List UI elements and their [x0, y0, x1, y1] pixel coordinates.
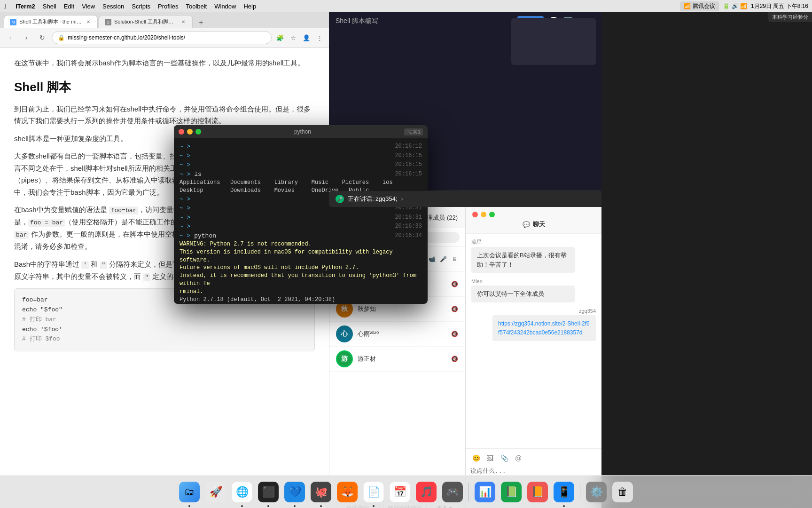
- star-icon[interactable]: ☆: [288, 32, 299, 43]
- notion-icon: 📄: [363, 482, 384, 502]
- dock-separator: [468, 483, 469, 501]
- view-menu[interactable]: View: [82, 3, 95, 10]
- window-menu[interactable]: Window: [214, 3, 236, 10]
- tab-title-1: Shell 工具和脚本 · the missing: [19, 18, 82, 25]
- avatar-youzengcai: 游: [336, 350, 353, 367]
- trash-icon: 🗑: [612, 482, 633, 502]
- menubar-right: 📶 腾讯会议 🔋 🔊 📶 1月29日 周五 下午8:16: [680, 1, 808, 11]
- url-input[interactable]: [68, 34, 265, 41]
- term-python-info: Python 2.7.18 (default, Oct 2 2021, 04:2…: [180, 296, 422, 304]
- terminal-shortcut: ⌥⌘1: [404, 128, 423, 135]
- dock-vscode[interactable]: 💙: [282, 480, 307, 504]
- dock-notion[interactable]: 📄: [361, 480, 386, 504]
- dock-firefox[interactable]: 🦊: [335, 480, 359, 504]
- image-icon[interactable]: 🖼: [484, 452, 496, 464]
- calendar-icon: 📅: [390, 482, 410, 502]
- at-icon[interactable]: @: [513, 452, 524, 464]
- terminal-body[interactable]: ~ > 20:16:12 ~ > 20:16:15 ~ > 20:16:15 ~…: [174, 138, 428, 304]
- tab-title-2: Solution-Shell 工具和脚本 · th...: [114, 18, 177, 25]
- dock-excel[interactable]: 📗: [499, 480, 523, 504]
- address-bar[interactable]: 🔒: [52, 31, 272, 44]
- dock-gamecenter[interactable]: 🎮: [440, 480, 465, 504]
- tab-active[interactable]: M Shell 工具和脚本 · the missing ✕: [4, 15, 98, 28]
- dock-trash[interactable]: 🗑: [610, 480, 635, 504]
- forward-button[interactable]: ›: [20, 31, 33, 44]
- msg-bubble-liuxing: 上次会议是看的B站录播，很有帮助！辛苦了！: [471, 247, 575, 273]
- dock-iterm[interactable]: ⬛: [256, 480, 281, 504]
- dock-github[interactable]: 🐙: [309, 480, 333, 504]
- mic-muted-icon-4: 🔇: [450, 355, 459, 363]
- file-icon[interactable]: 📎: [499, 452, 510, 464]
- dock-tencent[interactable]: 📱: [552, 480, 576, 504]
- tab-favicon-2: S: [105, 19, 111, 25]
- dock-powerpoint[interactable]: 📙: [525, 480, 550, 504]
- mic-muted-icon: 🔇: [450, 280, 459, 288]
- dock-finder[interactable]: 🗂: [177, 480, 202, 504]
- help-menu[interactable]: Help: [243, 3, 256, 10]
- toolbelt-menu[interactable]: Toolbelt: [186, 3, 207, 10]
- clock: 1月29日 周五 下午8:16: [751, 2, 808, 10]
- github-dot: [320, 505, 322, 507]
- new-tab-button[interactable]: +: [195, 17, 207, 28]
- emoji-icon[interactable]: 😊: [470, 452, 482, 464]
- chat-title-row: 💬 聊天: [472, 220, 595, 229]
- chat-minimize-btn[interactable]: [481, 212, 486, 217]
- speaking-arrow: ›: [401, 196, 403, 202]
- terminal-close-btn[interactable]: [179, 129, 184, 135]
- dock-music[interactable]: 🎵: [414, 480, 438, 504]
- tencent-dock-icon: 📱: [554, 482, 574, 502]
- scripts-menu[interactable]: Scripts: [132, 3, 150, 10]
- chrome-dot: [241, 505, 243, 507]
- tab-close-1[interactable]: ✕: [85, 19, 92, 25]
- dock-settings[interactable]: ⚙️: [584, 480, 609, 504]
- back-button[interactable]: ‹: [4, 31, 17, 44]
- terminal-maximize-btn[interactable]: [195, 129, 201, 135]
- finder-icon: 🗂: [179, 482, 200, 502]
- chat-icon: 💬: [523, 221, 530, 228]
- profile-icon[interactable]: 👤: [301, 32, 312, 43]
- edit-menu[interactable]: Edit: [64, 3, 74, 10]
- chat-close-btn[interactable]: [472, 212, 478, 217]
- app-name-menu[interactable]: iTerm2: [16, 3, 35, 10]
- mic-active-icon: 🎤: [336, 195, 344, 203]
- content-area: M Shell 工具和脚本 · the missing ✕ S Solution…: [0, 12, 812, 508]
- chat-maximize-btn[interactable]: [489, 212, 495, 217]
- more-menu-icon[interactable]: ⋮: [314, 32, 325, 43]
- shell-menu[interactable]: Shell: [43, 3, 56, 10]
- member-info-youzengcai: 游正材: [358, 355, 445, 363]
- para1: 到目前为止，我们已经学习来如何在shell中执行命令，并使用管道将命令组合使用。…: [14, 103, 315, 127]
- term-line-ls: ~ > ls 20:16:15: [180, 170, 422, 179]
- music-icon: 🎵: [416, 482, 437, 502]
- dock-chrome[interactable]: 🌐: [230, 480, 254, 504]
- msg-sender-liuxing: 流星: [471, 238, 596, 246]
- dock-launchpad[interactable]: 🚀: [203, 480, 228, 504]
- tab-favicon-1: M: [10, 19, 16, 25]
- tencent-dot: [563, 505, 565, 507]
- code-line-5: # 打印 $foo: [22, 334, 307, 344]
- member-name-qiumengzhi: 秋梦知: [358, 305, 445, 313]
- reload-button[interactable]: ↻: [36, 31, 49, 44]
- extension-icon[interactable]: 🧩: [274, 32, 286, 43]
- dock-keynote[interactable]: 📊: [473, 480, 497, 504]
- terminal-minimize-btn[interactable]: [187, 129, 193, 135]
- profiles-menu[interactable]: Profiles: [158, 3, 178, 10]
- terminal-title: python: [204, 128, 401, 135]
- cam-on-icon: 📹: [428, 255, 436, 263]
- shell-heading: Shell 脚本: [14, 77, 315, 97]
- term-line-6: ~ > 20:16:31: [180, 213, 422, 222]
- apple-menu[interactable]: : [4, 2, 6, 10]
- dock-calendar[interactable]: 📅: [388, 480, 412, 504]
- member-icons-xinyu: 🔇: [450, 330, 459, 338]
- avatar-xinyu: 心: [336, 325, 353, 342]
- tab-inactive[interactable]: S Solution-Shell 工具和脚本 · th... ✕: [99, 15, 193, 28]
- iterm-icon: ⬛: [258, 482, 279, 502]
- menubar-icons: 🔋 🔊 📶: [723, 3, 747, 9]
- dock-separator-2: [580, 483, 580, 501]
- session-menu[interactable]: Session: [102, 3, 124, 10]
- tencent-indicator[interactable]: 📶 腾讯会议: [680, 1, 719, 11]
- mic-muted-icon-2: 🔇: [450, 305, 459, 313]
- tencent-label: 腾讯会议: [693, 2, 715, 10]
- chat-title-text: 💬 聊天: [523, 220, 545, 229]
- tab-close-2[interactable]: ✕: [180, 19, 187, 25]
- menubar:  iTerm2 Shell Edit View Session Scripts…: [0, 0, 812, 12]
